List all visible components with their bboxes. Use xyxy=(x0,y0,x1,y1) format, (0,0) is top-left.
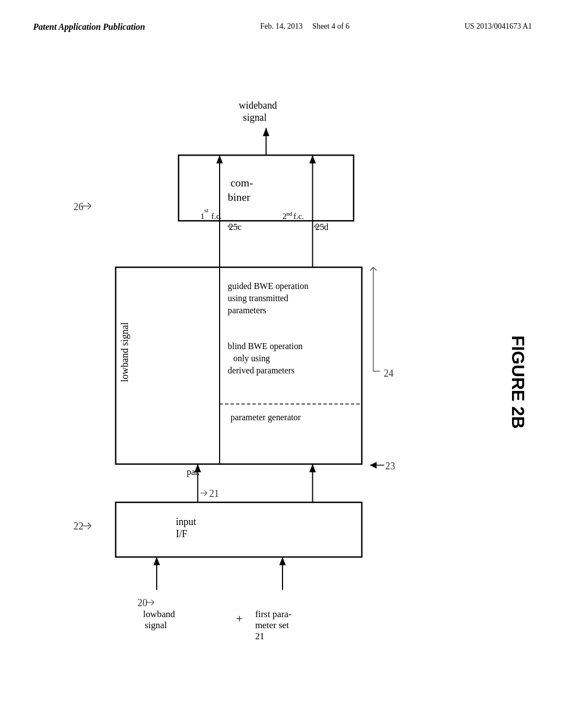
svg-marker-28 xyxy=(310,464,316,472)
first-para-set: first para- xyxy=(255,609,291,619)
pub-date: Feb. 14, 2013 xyxy=(260,22,303,30)
page-header: Patent Application Publication Feb. 14, … xyxy=(33,22,532,32)
figure-label: FIGURE 2B xyxy=(508,335,528,429)
blind-bwe-text1: blind BWE operation xyxy=(228,341,303,351)
figure-container: 26 com- biner wideband signal 1 st f.c. … xyxy=(33,54,532,683)
lowband-signal-main: lowband signal xyxy=(119,322,130,382)
svg-text:st: st xyxy=(204,207,208,213)
diagram-svg: 26 com- biner wideband signal 1 st f.c. … xyxy=(33,54,532,683)
ref-26-label: 26 xyxy=(73,201,83,212)
ref-22: 22 xyxy=(73,521,83,532)
ref-23: 23 xyxy=(385,461,395,472)
svg-text:meter set: meter set xyxy=(255,620,289,630)
guided-bwe-text1: guided BWE operation xyxy=(228,281,308,291)
svg-text:I/F: I/F xyxy=(176,528,188,539)
combiner-label: com- xyxy=(231,176,253,189)
svg-marker-35 xyxy=(279,557,286,565)
svg-marker-4 xyxy=(263,128,269,136)
header-date-sheet: Feb. 14, 2013 Sheet 4 of 6 xyxy=(260,22,350,31)
lowband-signal-bottom: lowband xyxy=(143,609,175,619)
svg-text:only using: only using xyxy=(233,354,270,363)
svg-text:signal: signal xyxy=(145,620,167,630)
svg-text:derived parameters: derived parameters xyxy=(228,366,295,376)
svg-text:biner: biner xyxy=(228,191,250,203)
publication-title: Patent Application Publication xyxy=(33,22,145,32)
svg-text:f.c.: f.c. xyxy=(294,212,304,221)
svg-text:signal: signal xyxy=(243,112,267,123)
svg-text:nd: nd xyxy=(286,210,292,217)
svg-text:parameters: parameters xyxy=(228,306,266,315)
patent-number: US 2013/0041673 A1 xyxy=(465,22,532,31)
param-gen-text: parameter generator xyxy=(231,413,301,422)
svg-marker-11 xyxy=(216,155,223,163)
plus-sign: + xyxy=(236,612,243,625)
svg-rect-30 xyxy=(116,502,362,557)
svg-marker-41 xyxy=(370,462,377,469)
wideband-label: wideband xyxy=(239,100,277,111)
sheet-info: Sheet 4 of 6 xyxy=(312,22,349,30)
svg-text:using transmitted: using transmitted xyxy=(228,293,289,303)
ref-24: 24 xyxy=(383,368,393,379)
svg-text:f.c.: f.c. xyxy=(211,212,222,221)
svg-text:21: 21 xyxy=(255,631,264,641)
ref-21: 21 xyxy=(209,488,219,499)
svg-marker-33 xyxy=(153,557,160,565)
page: Patent Application Publication Feb. 14, … xyxy=(0,0,565,728)
ref-20-bottom: 20 xyxy=(137,597,147,608)
svg-marker-16 xyxy=(310,155,316,163)
input-if-label: input xyxy=(176,517,196,528)
